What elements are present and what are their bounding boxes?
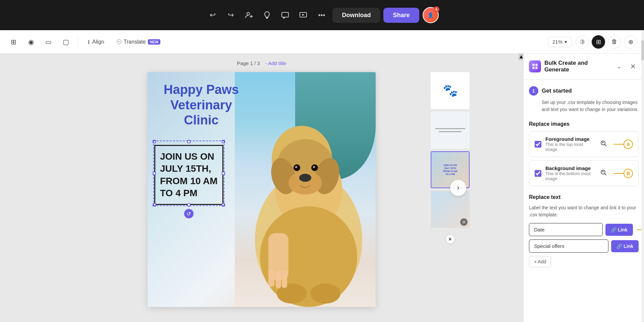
thumb-overlay-icon: ⊘ [460, 218, 468, 226]
foreground-image-search-button[interactable] [599, 139, 608, 150]
foreground-image-desc: This is the top most image [545, 142, 595, 152]
replace-text-section: Replace text Label the text you want to … [529, 194, 639, 267]
get-started-section: 1 Get started Set up your .csv template … [529, 86, 639, 113]
foreground-image-name: Foreground image [545, 136, 595, 142]
crop-tool[interactable]: ⊞ [7, 35, 20, 49]
topbar-center-actions: ↩ ↪ [205, 7, 438, 23]
svg-rect-6 [282, 12, 288, 17]
svg-rect-27 [532, 64, 535, 66]
panel-collapse-button[interactable]: ⌄ [614, 61, 624, 71]
svg-line-32 [605, 145, 606, 146]
annotation-b: B [624, 169, 633, 178]
add-text-field-button[interactable]: + Add [529, 256, 551, 267]
foreground-image-checkbox[interactable] [535, 141, 541, 148]
more-options-button[interactable]: ••• [314, 9, 329, 22]
thumbnail-panel: 🐾 JOIN US ONJULY 15THFROM 10 AMTO 4 PM ⊘ [431, 72, 470, 237]
align-button[interactable]: ⫿ Align [84, 37, 108, 47]
right-panel: ▲ Bulk Create and Generate ⌄ ✕ 1 Get sta… [523, 54, 644, 322]
svg-point-22 [310, 283, 340, 304]
design-card: Happy Paws Veterinary Clinic JOIN US ONJ… [148, 72, 376, 307]
replace-text-title: Replace text [529, 194, 639, 200]
handle-ml [153, 172, 156, 175]
annotation-b-line [613, 173, 624, 174]
panel-close-button[interactable]: ✕ [628, 61, 639, 72]
delete-button[interactable]: 🗑 [608, 35, 621, 49]
topbar: ↩ ↪ [0, 0, 644, 30]
svg-line-38 [602, 171, 603, 172]
background-image-desc: This is the bottom most image [545, 171, 595, 181]
zoom-dropdown-icon: ▾ [565, 39, 567, 45]
download-button[interactable]: Download [332, 8, 380, 23]
design-title-line2: Veterinary Clinic [154, 98, 248, 128]
toolbar: ⊞ ◉ ▭ ▢ ⫿ Align ㊀ Translate NEW 21% ▾ ③ … [0, 30, 644, 54]
grid-view-button[interactable]: ⊞ [592, 35, 605, 49]
panel-logo [529, 60, 541, 72]
canvas-area: Page 1 / 3 - Add title [0, 54, 523, 322]
background-image-checkbox[interactable] [535, 170, 541, 177]
handle-bl [153, 203, 156, 207]
add-button[interactable]: ⊕ [624, 35, 637, 49]
design-title-line1: Happy Paws [154, 82, 248, 98]
add-collaborator-button[interactable] [241, 8, 256, 22]
background-image-search-button[interactable] [599, 168, 608, 179]
dog-background-image [235, 72, 376, 307]
page-indicator[interactable]: ③ [576, 35, 589, 49]
svg-point-18 [295, 166, 297, 168]
notification-badge: 4 [433, 6, 439, 12]
rotate-handle[interactable]: ↺ [184, 209, 194, 218]
annotation-b-container: B [613, 169, 633, 178]
get-started-description: Set up your .csv template by choosing im… [529, 99, 639, 113]
special-offers-text-input[interactable] [529, 239, 608, 253]
foreground-image-info: Foreground image This is the top most im… [545, 136, 595, 152]
annotation-a-container: A [613, 140, 633, 149]
lightbulb-button[interactable] [260, 8, 274, 22]
comment-button[interactable] [278, 8, 292, 22]
redo-button[interactable]: ↪ [223, 8, 238, 22]
translate-label: Translate [124, 39, 146, 45]
page-number: Page 1 / 3 [237, 60, 260, 66]
translate-button[interactable]: ㊀ Translate NEW [112, 36, 165, 47]
date-text-input[interactable] [529, 223, 603, 236]
svg-rect-24 [268, 270, 274, 287]
align-icon: ⫿ [88, 39, 90, 45]
share-button[interactable]: Share [383, 8, 419, 23]
toolbar-right: ③ ⊞ 🗑 ⊕ [576, 35, 637, 49]
main-layout: Page 1 / 3 - Add title [0, 54, 644, 322]
zoom-selector[interactable]: 21% ▾ [548, 37, 572, 47]
thumb-line-1 [435, 128, 465, 129]
next-page-arrow[interactable]: › [450, 180, 466, 196]
thumb-line-2 [439, 131, 461, 132]
date-link-button[interactable]: 🔗 Link [605, 224, 633, 236]
panel-scroll-area[interactable]: 1 Get started Set up your .csv template … [524, 79, 644, 322]
replace-text-description: Label the text you want to change and li… [529, 204, 639, 218]
rectangle-tool[interactable]: ▭ [42, 35, 55, 49]
thumbnail-close-button[interactable]: ✕ [445, 234, 455, 244]
rounded-rect-tool[interactable]: ▢ [59, 35, 72, 49]
date-text-selected[interactable]: JOIN US ONJULY 15TH,FROM 10 AMTO 4 PM [154, 142, 223, 205]
dog-svg [235, 72, 376, 307]
panel-header: Bulk Create and Generate ⌄ ✕ [524, 54, 644, 79]
foreground-image-option: Foreground image This is the top most im… [529, 131, 639, 157]
canvas-content: Happy Paws Veterinary Clinic JOIN US ONJ… [148, 72, 376, 307]
background-image-option: Background image This is the bottom most… [529, 160, 639, 186]
avatar[interactable]: 👤 4 [423, 7, 439, 23]
present-button[interactable] [296, 8, 311, 22]
align-label: Align [92, 39, 104, 45]
thumbnail-4[interactable]: ⊘ [431, 191, 470, 228]
handle-bc [187, 203, 191, 207]
zoom-level: 21% [552, 39, 562, 45]
thumbnail-1[interactable]: 🐾 [431, 72, 470, 109]
add-title-link[interactable]: - Add title [265, 60, 286, 66]
svg-rect-26 [282, 271, 287, 288]
special-offers-link-button[interactable]: 🔗 Link [611, 240, 639, 252]
filter-tool[interactable]: ◉ [24, 35, 38, 49]
thumbnail-2[interactable] [431, 112, 470, 149]
paw-icon: 🐾 [443, 84, 458, 98]
panel-title: Bulk Create and Generate [544, 60, 610, 73]
new-badge: NEW [148, 39, 161, 45]
svg-point-0 [247, 12, 250, 15]
panel-scrollbar-thumb[interactable] [641, 54, 644, 60]
background-image-name: Background image [545, 165, 595, 171]
undo-button[interactable]: ↩ [205, 8, 220, 22]
svg-point-15 [299, 174, 311, 182]
